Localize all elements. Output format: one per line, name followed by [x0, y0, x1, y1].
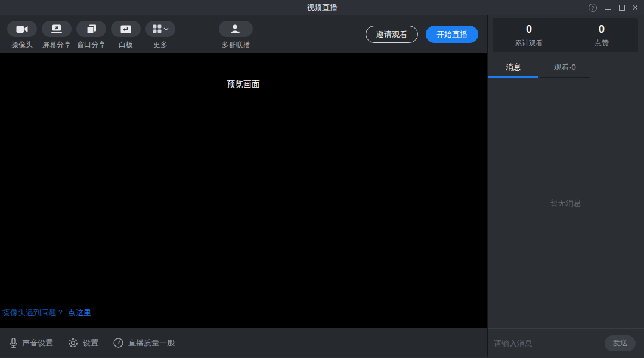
total-viewers-label: 累计观看 — [515, 38, 543, 48]
total-viewers-value: 0 — [526, 23, 532, 36]
window-share-icon — [86, 24, 97, 34]
close-icon[interactable]: × — [633, 3, 638, 13]
settings-label: 设置 — [83, 338, 98, 348]
screen-share-icon — [51, 24, 63, 33]
window-share-label: 窗口分享 — [77, 40, 106, 50]
more-grid-icon — [153, 24, 162, 33]
camera-label: 摄像头 — [11, 40, 33, 50]
statusbar: 声音设置 设置 — [0, 328, 487, 357]
minimize-icon[interactable] — [605, 6, 611, 10]
camera-icon — [16, 25, 28, 33]
titlebar: 视频直播 ? × — [0, 0, 644, 15]
live-stream-window: 视频直播 ? × — [0, 0, 644, 358]
gear-icon — [68, 338, 78, 348]
tool-group: 摄像头 屏幕分享 — [7, 15, 253, 53]
message-input[interactable] — [494, 339, 600, 348]
sound-settings-button[interactable]: 声音设置 — [10, 338, 53, 348]
camera-trouble-link[interactable]: 摄像头遇到问题？点这里 — [2, 307, 91, 318]
quality-gauge-icon — [113, 338, 123, 348]
start-live-button[interactable]: 开始直播 — [426, 26, 478, 43]
message-input-bar: 发送 — [488, 328, 644, 357]
camera-button[interactable]: 摄像头 — [7, 21, 37, 53]
more-label: 更多 — [153, 40, 168, 50]
help-icon[interactable]: ? — [589, 4, 597, 12]
chat-panel: 0 累计观看 0 点赞 消息 观看·0 暂无消息 — [488, 15, 644, 357]
invite-viewers-button[interactable]: 邀请观看 — [366, 26, 418, 43]
stream-stats: 0 累计观看 0 点赞 — [493, 18, 638, 52]
more-button[interactable]: 更多 — [145, 21, 175, 53]
screen-share-button[interactable]: 屏幕分享 — [42, 21, 72, 53]
panel-tabs: 消息 观看·0 — [488, 52, 644, 78]
send-button[interactable]: 发送 — [605, 335, 636, 351]
likes-value: 0 — [599, 23, 605, 36]
window-title: 视频直播 — [0, 0, 644, 15]
whiteboard-icon — [120, 25, 131, 33]
maximize-icon[interactable] — [619, 5, 625, 11]
video-preview-area: 预览画面 摄像头遇到问题？点这里 — [0, 53, 487, 328]
likes-label: 点赞 — [595, 38, 609, 48]
multi-group-broadcast-button[interactable]: 多群联播 — [219, 21, 253, 53]
click-here-link[interactable]: 点这里 — [68, 308, 91, 317]
whiteboard-button[interactable]: 白板 — [111, 21, 141, 53]
stream-quality-indicator[interactable]: 直播质量一般 — [113, 338, 175, 348]
whiteboard-label: 白板 — [119, 40, 133, 50]
likes-stat: 0 点赞 — [565, 18, 638, 52]
stream-quality-label: 直播质量一般 — [128, 338, 175, 348]
chevron-down-icon — [163, 27, 169, 31]
tab-viewers[interactable]: 观看·0 — [539, 57, 590, 78]
window-controls: ? × — [589, 0, 638, 15]
preview-label: 预览画面 — [0, 79, 487, 90]
screen-share-label: 屏幕分享 — [42, 40, 71, 50]
window-share-button[interactable]: 窗口分享 — [76, 21, 106, 53]
total-viewers-stat: 0 累计观看 — [493, 18, 565, 52]
toolbar-actions: 邀请观看 开始直播 — [366, 15, 478, 53]
empty-message-text: 暂无消息 — [550, 198, 581, 208]
multi-group-icon — [231, 24, 242, 33]
settings-button[interactable]: 设置 — [68, 338, 98, 348]
multi-group-label: 多群联播 — [222, 40, 250, 50]
tab-messages[interactable]: 消息 — [488, 57, 539, 78]
microphone-icon — [10, 338, 17, 348]
message-list: 暂无消息 — [488, 78, 644, 328]
sound-settings-label: 声音设置 — [22, 338, 53, 348]
active-tab-underline — [488, 76, 538, 78]
toolbar: 摄像头 屏幕分享 — [0, 15, 487, 53]
camera-trouble-question[interactable]: 摄像头遇到问题？ — [2, 308, 64, 317]
